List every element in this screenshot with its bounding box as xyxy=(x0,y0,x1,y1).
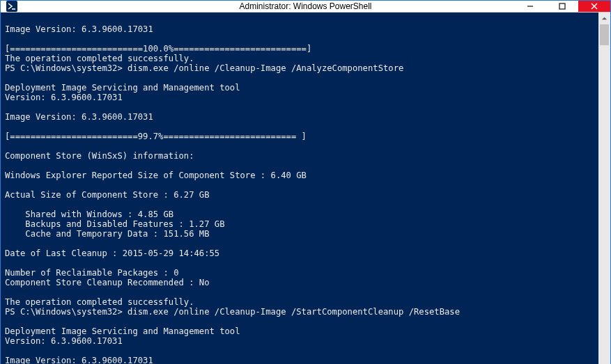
console-line xyxy=(5,161,594,171)
console-line xyxy=(5,141,594,151)
console-line xyxy=(5,15,594,24)
console-line: Image Version: 6.3.9600.17031 xyxy=(5,24,594,34)
console-line xyxy=(5,73,594,83)
console-line xyxy=(5,34,594,44)
console-line xyxy=(5,102,594,112)
console-line: Windows Explorer Reported Size of Compon… xyxy=(5,171,594,180)
console-line: Cache and Temporary Data : 151.56 MB xyxy=(5,229,594,239)
console-line: Shared with Windows : 4.85 GB xyxy=(5,209,594,219)
powershell-icon xyxy=(6,1,17,12)
console-line: PS C:\Windows\system32> dism.exe /online… xyxy=(5,63,594,73)
scrollbar-track[interactable] xyxy=(598,24,610,364)
console-line: Version: 6.3.9600.17031 xyxy=(5,93,594,102)
console-line xyxy=(5,287,594,297)
titlebar[interactable]: Administrator: Windows PowerShell xyxy=(1,1,610,13)
console-line: PS C:\Windows\system32> dism.exe /online… xyxy=(5,307,594,317)
console-line: Number of Reclaimable Packages : 0 xyxy=(5,268,594,278)
console-line xyxy=(5,239,594,248)
console-line: Component Store (WinSxS) information: xyxy=(5,151,594,161)
console-line: [=========================99.7%=========… xyxy=(5,132,594,141)
svg-rect-2 xyxy=(559,3,565,9)
console-line: The operation completed successfully. xyxy=(5,54,594,63)
console-line: Version: 6.3.9600.17031 xyxy=(5,336,594,346)
console-line: Component Store Cleanup Recommended : No xyxy=(5,278,594,287)
scrollbar-thumb[interactable] xyxy=(600,24,609,45)
console-line xyxy=(5,346,594,356)
console-line: Deployment Image Servicing and Managemen… xyxy=(5,326,594,336)
close-button[interactable] xyxy=(578,1,610,12)
window-controls xyxy=(514,1,610,12)
vertical-scrollbar[interactable] xyxy=(598,13,610,364)
console-output[interactable]: Image Version: 6.3.9600.17031 [=========… xyxy=(1,13,598,364)
scroll-up-button[interactable] xyxy=(598,13,610,24)
console-line xyxy=(5,180,594,190)
console-line: Date of Last Cleanup : 2015-05-29 14:46:… xyxy=(5,248,594,258)
console-line: Image Version: 6.3.9600.17031 xyxy=(5,356,594,364)
console-line: Backups and Disabled Features : 1.27 GB xyxy=(5,219,594,229)
console-line xyxy=(5,200,594,209)
powershell-window: Administrator: Windows PowerShell Image … xyxy=(0,0,611,364)
console-line: Actual Size of Component Store : 6.27 GB xyxy=(5,190,594,200)
minimize-button[interactable] xyxy=(514,1,546,12)
console-line xyxy=(5,317,594,326)
console-line xyxy=(5,258,594,268)
console-line xyxy=(5,122,594,132)
console-line: The operation completed successfully. xyxy=(5,297,594,307)
client-area: Image Version: 6.3.9600.17031 [=========… xyxy=(1,13,610,364)
maximize-button[interactable] xyxy=(546,1,578,12)
console-line: [==========================100.0%=======… xyxy=(5,44,594,54)
console-line: Deployment Image Servicing and Managemen… xyxy=(5,83,594,93)
console-line: Image Version: 6.3.9600.17031 xyxy=(5,112,594,122)
